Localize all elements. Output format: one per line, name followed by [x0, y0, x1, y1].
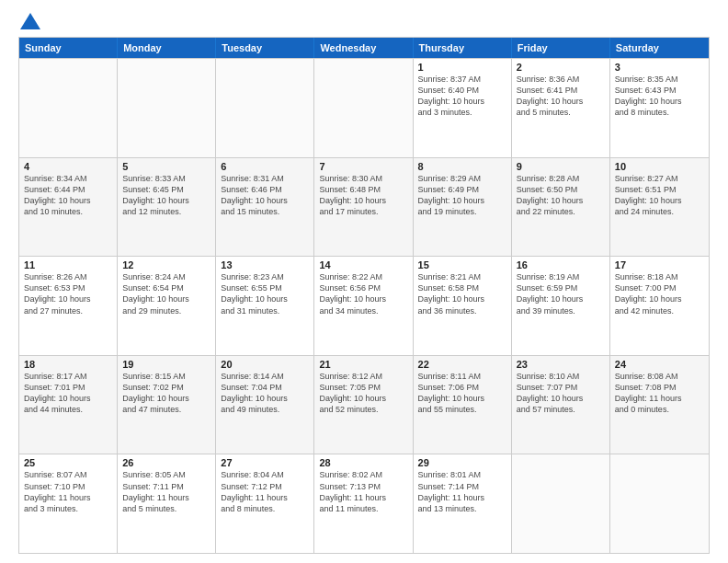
day-number: 10: [615, 161, 704, 172]
day-cell-18: 18Sunrise: 8:17 AM Sunset: 7:01 PM Dayli…: [19, 356, 118, 454]
day-cell-3: 3Sunrise: 8:35 AM Sunset: 6:43 PM Daylig…: [610, 59, 709, 157]
day-info: Sunrise: 8:01 AM Sunset: 7:14 PM Dayligh…: [418, 469, 506, 514]
day-cell-1: 1Sunrise: 8:37 AM Sunset: 6:40 PM Daylig…: [414, 59, 512, 157]
day-number: 13: [221, 259, 309, 270]
day-number: 7: [319, 161, 407, 172]
day-info: Sunrise: 8:05 AM Sunset: 7:11 PM Dayligh…: [122, 469, 210, 514]
header: [18, 15, 710, 29]
day-number: 2: [517, 62, 605, 73]
day-header-sunday: Sunday: [19, 38, 118, 58]
day-cell-22: 22Sunrise: 8:11 AM Sunset: 7:06 PM Dayli…: [414, 356, 512, 454]
page: SundayMondayTuesdayWednesdayThursdayFrid…: [0, 0, 728, 563]
day-number: 26: [122, 457, 210, 468]
day-info: Sunrise: 8:02 AM Sunset: 7:13 PM Dayligh…: [319, 469, 407, 514]
calendar-header: SundayMondayTuesdayWednesdayThursdayFrid…: [19, 38, 709, 58]
day-number: 20: [221, 359, 309, 370]
day-cell-9: 9Sunrise: 8:28 AM Sunset: 6:50 PM Daylig…: [512, 158, 610, 257]
day-info: Sunrise: 8:35 AM Sunset: 6:43 PM Dayligh…: [615, 74, 704, 119]
day-cell-6: 6Sunrise: 8:31 AM Sunset: 6:46 PM Daylig…: [216, 158, 314, 257]
day-cell-empty: [216, 59, 314, 157]
day-cell-17: 17Sunrise: 8:18 AM Sunset: 7:00 PM Dayli…: [610, 257, 709, 355]
day-cell-empty: [118, 59, 216, 157]
svg-marker-0: [20, 13, 40, 29]
day-number: 4: [24, 161, 112, 172]
day-number: 14: [319, 259, 407, 270]
day-cell-2: 2Sunrise: 8:36 AM Sunset: 6:41 PM Daylig…: [512, 59, 610, 157]
day-info: Sunrise: 8:17 AM Sunset: 7:01 PM Dayligh…: [24, 371, 112, 416]
day-info: Sunrise: 8:04 AM Sunset: 7:12 PM Dayligh…: [221, 469, 309, 514]
calendar-week-4: 25Sunrise: 8:07 AM Sunset: 7:10 PM Dayli…: [19, 454, 709, 553]
day-cell-empty: [19, 59, 118, 157]
day-info: Sunrise: 8:36 AM Sunset: 6:41 PM Dayligh…: [517, 74, 605, 119]
day-info: Sunrise: 8:08 AM Sunset: 7:08 PM Dayligh…: [615, 371, 704, 416]
day-cell-28: 28Sunrise: 8:02 AM Sunset: 7:13 PM Dayli…: [314, 454, 413, 553]
day-header-thursday: Thursday: [414, 38, 512, 58]
day-cell-5: 5Sunrise: 8:33 AM Sunset: 6:45 PM Daylig…: [118, 158, 216, 257]
day-number: 8: [418, 161, 506, 172]
day-header-saturday: Saturday: [610, 38, 709, 58]
day-cell-27: 27Sunrise: 8:04 AM Sunset: 7:12 PM Dayli…: [216, 454, 314, 553]
day-cell-29: 29Sunrise: 8:01 AM Sunset: 7:14 PM Dayli…: [414, 454, 512, 553]
day-cell-24: 24Sunrise: 8:08 AM Sunset: 7:08 PM Dayli…: [610, 356, 709, 454]
day-info: Sunrise: 8:24 AM Sunset: 6:54 PM Dayligh…: [122, 271, 210, 316]
day-cell-7: 7Sunrise: 8:30 AM Sunset: 6:48 PM Daylig…: [314, 158, 413, 257]
day-info: Sunrise: 8:10 AM Sunset: 7:07 PM Dayligh…: [517, 371, 605, 416]
day-info: Sunrise: 8:28 AM Sunset: 6:50 PM Dayligh…: [517, 173, 605, 218]
day-header-tuesday: Tuesday: [216, 38, 314, 58]
day-cell-14: 14Sunrise: 8:22 AM Sunset: 6:56 PM Dayli…: [314, 257, 413, 355]
day-info: Sunrise: 8:29 AM Sunset: 6:49 PM Dayligh…: [418, 173, 506, 218]
day-number: 16: [517, 259, 605, 270]
day-cell-20: 20Sunrise: 8:14 AM Sunset: 7:04 PM Dayli…: [216, 356, 314, 454]
day-cell-21: 21Sunrise: 8:12 AM Sunset: 7:05 PM Dayli…: [314, 356, 413, 454]
day-number: 23: [517, 359, 605, 370]
day-cell-25: 25Sunrise: 8:07 AM Sunset: 7:10 PM Dayli…: [19, 454, 118, 553]
day-number: 15: [418, 259, 506, 270]
calendar-body: 1Sunrise: 8:37 AM Sunset: 6:40 PM Daylig…: [19, 58, 709, 553]
day-info: Sunrise: 8:12 AM Sunset: 7:05 PM Dayligh…: [319, 371, 407, 416]
day-number: 22: [418, 359, 506, 370]
day-info: Sunrise: 8:19 AM Sunset: 6:59 PM Dayligh…: [517, 271, 605, 316]
day-info: Sunrise: 8:33 AM Sunset: 6:45 PM Dayligh…: [122, 173, 210, 218]
day-number: 19: [122, 359, 210, 370]
day-info: Sunrise: 8:26 AM Sunset: 6:53 PM Dayligh…: [24, 271, 112, 316]
calendar-week-0: 1Sunrise: 8:37 AM Sunset: 6:40 PM Daylig…: [19, 58, 709, 157]
day-number: 1: [418, 62, 506, 73]
day-info: Sunrise: 8:30 AM Sunset: 6:48 PM Dayligh…: [319, 173, 407, 218]
day-number: 5: [122, 161, 210, 172]
day-info: Sunrise: 8:34 AM Sunset: 6:44 PM Dayligh…: [24, 173, 112, 218]
day-number: 11: [24, 259, 112, 270]
day-info: Sunrise: 8:15 AM Sunset: 7:02 PM Dayligh…: [122, 371, 210, 416]
day-cell-10: 10Sunrise: 8:27 AM Sunset: 6:51 PM Dayli…: [610, 158, 709, 257]
day-number: 9: [517, 161, 605, 172]
day-info: Sunrise: 8:22 AM Sunset: 6:56 PM Dayligh…: [319, 271, 407, 316]
day-header-monday: Monday: [118, 38, 216, 58]
day-number: 21: [319, 359, 407, 370]
day-info: Sunrise: 8:07 AM Sunset: 7:10 PM Dayligh…: [24, 469, 112, 514]
day-info: Sunrise: 8:11 AM Sunset: 7:06 PM Dayligh…: [418, 371, 506, 416]
day-info: Sunrise: 8:27 AM Sunset: 6:51 PM Dayligh…: [615, 173, 704, 218]
day-cell-13: 13Sunrise: 8:23 AM Sunset: 6:55 PM Dayli…: [216, 257, 314, 355]
day-number: 27: [221, 457, 309, 468]
calendar-week-1: 4Sunrise: 8:34 AM Sunset: 6:44 PM Daylig…: [19, 157, 709, 257]
day-number: 28: [319, 457, 407, 468]
day-number: 18: [24, 359, 112, 370]
calendar-week-3: 18Sunrise: 8:17 AM Sunset: 7:01 PM Dayli…: [19, 355, 709, 454]
day-cell-8: 8Sunrise: 8:29 AM Sunset: 6:49 PM Daylig…: [414, 158, 512, 257]
day-info: Sunrise: 8:18 AM Sunset: 7:00 PM Dayligh…: [615, 271, 704, 316]
day-number: 29: [418, 457, 506, 468]
logo: [18, 18, 40, 29]
day-header-wednesday: Wednesday: [314, 38, 413, 58]
day-cell-12: 12Sunrise: 8:24 AM Sunset: 6:54 PM Dayli…: [118, 257, 216, 355]
day-cell-empty: [512, 454, 610, 553]
day-info: Sunrise: 8:31 AM Sunset: 6:46 PM Dayligh…: [221, 173, 309, 218]
day-info: Sunrise: 8:37 AM Sunset: 6:40 PM Dayligh…: [418, 74, 506, 119]
day-info: Sunrise: 8:23 AM Sunset: 6:55 PM Dayligh…: [221, 271, 309, 316]
day-number: 3: [615, 62, 704, 73]
day-cell-16: 16Sunrise: 8:19 AM Sunset: 6:59 PM Dayli…: [512, 257, 610, 355]
day-cell-19: 19Sunrise: 8:15 AM Sunset: 7:02 PM Dayli…: [118, 356, 216, 454]
day-number: 12: [122, 259, 210, 270]
calendar-week-2: 11Sunrise: 8:26 AM Sunset: 6:53 PM Dayli…: [19, 256, 709, 355]
day-number: 24: [615, 359, 704, 370]
logo-icon: [20, 13, 40, 29]
day-info: Sunrise: 8:14 AM Sunset: 7:04 PM Dayligh…: [221, 371, 309, 416]
